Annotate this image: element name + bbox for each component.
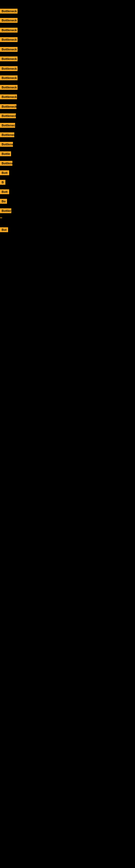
bottleneck-badge: Bot — [0, 227, 8, 232]
bar-row: Bottleneck result — [0, 85, 17, 90]
bottleneck-badge: Bottleneck result — [0, 75, 17, 80]
bottleneck-badge: Bottleneck result — [0, 18, 17, 23]
bar-row: Bottleneck result — [0, 132, 14, 137]
bar-row: Bottler — [0, 208, 11, 213]
bar-row: Bottleneck result — [0, 18, 17, 23]
bar-row: Bottleneck result — [0, 113, 16, 118]
bottleneck-badge: Bottleneck result — [0, 9, 17, 13]
bar-row: Bottleneck result — [0, 28, 17, 33]
bottleneck-badge: Bottler — [0, 208, 11, 213]
bottleneck-badge: Bottleneck result — [0, 85, 17, 90]
site-title — [0, 0, 135, 3]
bar-row: B — [0, 180, 5, 185]
bar-row: Bottle — [0, 151, 11, 156]
bottleneck-badge: Bottleneck — [0, 142, 13, 147]
bottleneck-badge: Bottleneck result — [0, 37, 17, 42]
bar-row: Bottlenec — [0, 161, 12, 166]
bottleneck-badge: Bottleneck result — [0, 123, 15, 128]
bar-row: Bot — [0, 227, 8, 232]
bar-row: Bottleneck result — [0, 37, 17, 42]
bottleneck-badge: Bottlenec — [0, 161, 12, 166]
bar-row: Bottleneck result — [0, 75, 17, 80]
bottleneck-badge: Bott — [0, 170, 9, 175]
bottleneck-badge: Bottleneck result — [0, 56, 17, 61]
bar-row: Bo — [0, 199, 7, 204]
bar-row: Bottleneck result — [0, 9, 17, 13]
bar-row: Bott — [0, 170, 9, 175]
bottleneck-badge: Bottleneck result — [0, 28, 17, 33]
bottleneck-badge: Bottle — [0, 151, 11, 156]
bottleneck-badge: B — [0, 180, 5, 185]
bottleneck-badge: Bo — [0, 199, 7, 204]
bottleneck-badge: Bottleneck result — [0, 94, 17, 99]
bottleneck-badge: Bottleneck result — [0, 132, 14, 137]
bar-row: Bottleneck result — [0, 66, 17, 71]
bar-row: Bottleneck — [0, 142, 13, 147]
bar-line — [0, 218, 2, 218]
bar-row: Bottleneck result — [0, 47, 17, 52]
bottleneck-badge: Bottleneck result — [0, 104, 16, 109]
bottleneck-badge: Bott — [0, 189, 9, 194]
bottleneck-badge: Bottleneck result — [0, 66, 17, 71]
bar-row: Bottleneck result — [0, 104, 16, 109]
bar-row: Bott — [0, 189, 9, 194]
bar-row: Bottleneck result — [0, 123, 15, 128]
bar-row: Bottleneck result — [0, 94, 17, 99]
bottleneck-badge: Bottleneck result — [0, 47, 17, 52]
bottleneck-badge: Bottleneck result — [0, 113, 16, 118]
bar-row: Bottleneck result — [0, 56, 17, 61]
